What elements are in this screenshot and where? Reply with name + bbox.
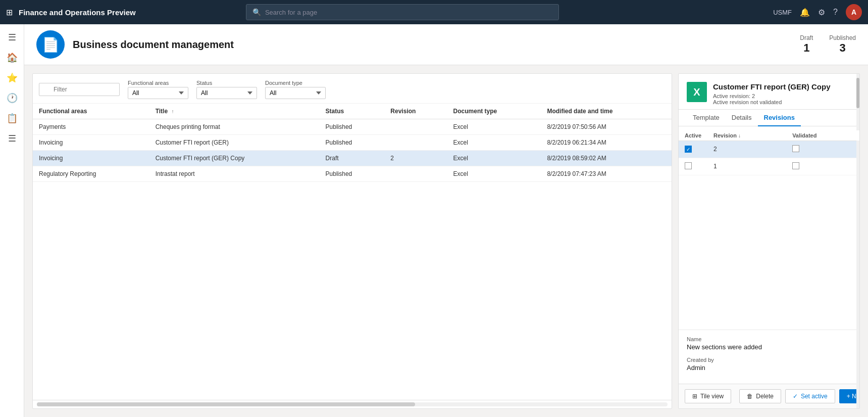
tab-template[interactable]: Template <box>687 110 726 126</box>
cell-title: Intrastat report <box>149 166 320 182</box>
rev-col-revision[interactable]: Revision ↓ <box>707 130 786 141</box>
table-row[interactable]: Invoicing Customer FTI report (GER) Copy… <box>33 151 672 166</box>
created-by-label: Created by <box>687 357 851 363</box>
cell-document-type: Excel <box>447 135 541 151</box>
col-status[interactable]: Status <box>320 104 385 119</box>
draft-value: 1 <box>800 41 813 55</box>
header-stats: Draft 1 Published 3 <box>800 34 856 55</box>
cell-active <box>679 158 707 175</box>
notifications-icon[interactable]: 🔔 <box>800 8 810 17</box>
cell-validated <box>786 158 859 175</box>
page-header: 📄 Business document management Draft 1 P… <box>24 24 868 65</box>
detail-subtitle2: Active revision not validated <box>713 99 831 105</box>
col-document-type[interactable]: Document type <box>447 104 541 119</box>
cell-revision: 2 <box>384 151 447 166</box>
sidebar-recent-icon[interactable]: 🕐 <box>3 89 21 107</box>
vertical-scrollbar[interactable] <box>856 74 859 408</box>
functional-areas-select[interactable]: All <box>128 87 188 99</box>
revision-row[interactable]: ✓ 2 <box>679 141 859 158</box>
sidebar-workspaces-icon[interactable]: 📋 <box>3 109 21 127</box>
stat-published: Published 3 <box>829 34 856 55</box>
search-icon: 🔍 <box>252 8 261 16</box>
functional-areas-label: Functional areas <box>128 80 188 86</box>
cell-functional-area: Regulatory Reporting <box>33 166 149 182</box>
cell-title: Customer FTI report (GER) Copy <box>149 151 320 166</box>
cell-status: Published <box>320 119 385 135</box>
cell-revision <box>384 166 447 182</box>
validated-checkbox[interactable] <box>792 145 799 152</box>
main-content: 📄 Business document management Draft 1 P… <box>24 24 868 417</box>
filter-wrap: 🔍 <box>39 83 120 96</box>
published-value: 3 <box>829 41 856 55</box>
revisions-table: Active Revision ↓ Validated ✓ 2 1 <box>679 130 859 175</box>
cell-revision-num: 2 <box>707 141 786 158</box>
detail-header: X Customer FTI report (GER) Copy Active … <box>679 74 859 110</box>
table-row[interactable]: Invoicing Customer FTI report (GER) Publ… <box>33 135 672 151</box>
col-revision[interactable]: Revision <box>384 104 447 119</box>
tab-details[interactable]: Details <box>726 110 758 126</box>
active-checkbox[interactable]: ✓ <box>685 146 692 153</box>
page-title: Business document management <box>73 39 234 51</box>
detail-panel: X Customer FTI report (GER) Copy Active … <box>678 73 860 409</box>
app-body: ☰ 🏠 ⭐ 🕐 📋 ☰ 📄 Business document manageme… <box>0 24 868 417</box>
top-nav-right: USMF 🔔 ⚙ ? A <box>773 4 862 20</box>
filter-input[interactable] <box>39 83 120 96</box>
name-value: New sections were added <box>687 343 851 351</box>
set-active-button[interactable]: ✓ Set active <box>785 389 835 403</box>
page-icon: 📄 <box>36 30 65 59</box>
settings-icon[interactable]: ⚙ <box>818 8 825 17</box>
functional-areas-filter: Functional areas All <box>128 80 188 99</box>
detail-fields: Name New sections were added Created by … <box>679 330 859 384</box>
cell-modified: 8/2/2019 08:59:02 AM <box>541 151 672 166</box>
action-bar: ⊞ Tile view 🗑 Delete ✓ Set active + New <box>679 384 859 408</box>
col-title[interactable]: Title ↑ <box>149 104 320 119</box>
cell-revision-num: 1 <box>707 158 786 175</box>
cell-modified: 8/2/2019 07:50:56 AM <box>541 119 672 135</box>
cell-document-type: Excel <box>447 119 541 135</box>
cell-status: Published <box>320 135 385 151</box>
col-modified[interactable]: Modified date and time <box>541 104 672 119</box>
detail-subtitle: Active revision: 2 <box>713 93 831 99</box>
avatar[interactable]: A <box>846 4 862 20</box>
cell-active: ✓ <box>679 141 707 158</box>
validated-checkbox[interactable] <box>792 162 799 169</box>
rev-col-active: Active <box>679 130 707 141</box>
top-navigation: ⊞ Finance and Operations Preview 🔍 USMF … <box>0 0 868 24</box>
col-functional-areas[interactable]: Functional areas <box>33 104 149 119</box>
sidebar-menu-icon[interactable]: ☰ <box>3 28 21 47</box>
waffle-icon[interactable]: ⊞ <box>6 8 13 17</box>
cell-modified: 8/2/2019 06:21:34 AM <box>541 135 672 151</box>
document-type-filter: Document type All <box>265 80 326 99</box>
delete-button[interactable]: 🗑 Delete <box>739 389 781 403</box>
page-icon-symbol: 📄 <box>42 36 60 53</box>
help-icon[interactable]: ? <box>833 8 838 17</box>
user-company[interactable]: USMF <box>773 9 792 16</box>
search-input[interactable] <box>265 9 552 16</box>
cell-status: Draft <box>320 151 385 166</box>
revision-row[interactable]: 1 <box>679 158 859 175</box>
filters-row: 🔍 Functional areas All Status All <box>33 74 672 104</box>
cell-functional-area: Invoicing <box>33 151 149 166</box>
sidebar-favorites-icon[interactable]: ⭐ <box>3 69 21 87</box>
horizontal-scrollbar[interactable] <box>33 400 672 408</box>
detail-title: Customer FTI report (GER) Copy <box>713 82 831 92</box>
cell-revision <box>384 135 447 151</box>
active-checkbox[interactable] <box>685 162 692 169</box>
table-row[interactable]: Regulatory Reporting Intrastat report Pu… <box>33 166 672 182</box>
left-sidebar: ☰ 🏠 ⭐ 🕐 📋 ☰ <box>0 24 24 417</box>
status-select[interactable]: All <box>196 87 257 99</box>
status-filter: Status All <box>196 80 257 99</box>
created-by-value: Admin <box>687 364 851 372</box>
check-icon: ✓ <box>793 393 798 400</box>
document-type-label: Document type <box>265 80 326 86</box>
excel-icon: X <box>687 82 707 102</box>
tile-view-button[interactable]: ⊞ Tile view <box>685 389 731 403</box>
document-type-select[interactable]: All <box>265 87 326 99</box>
cell-functional-area: Invoicing <box>33 135 149 151</box>
tab-revisions[interactable]: Revisions <box>758 110 801 126</box>
sidebar-modules-icon[interactable]: ☰ <box>3 129 21 148</box>
sidebar-home-icon[interactable]: 🏠 <box>3 49 21 67</box>
cell-revision <box>384 119 447 135</box>
table-row[interactable]: Payments Cheques printing format Publish… <box>33 119 672 135</box>
stat-draft: Draft 1 <box>800 34 813 55</box>
